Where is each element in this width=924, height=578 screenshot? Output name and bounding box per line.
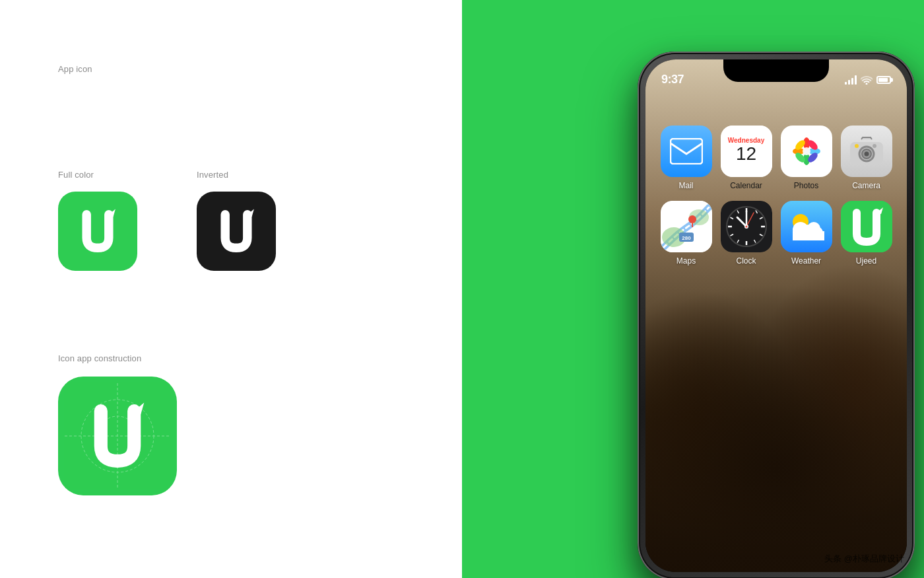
watermark-text: 头条 @朴琢品牌设计 (824, 554, 904, 563)
svg-point-15 (803, 147, 810, 155)
app-icon-camera (841, 126, 892, 177)
svg-rect-5 (671, 139, 702, 164)
svg-rect-52 (793, 231, 824, 240)
full-color-label: Full color (58, 170, 94, 180)
app-label-mail: Mail (678, 181, 693, 190)
cal-date: 12 (736, 144, 756, 164)
phone-notch (723, 59, 829, 82)
phone-outer: 9:37 (638, 52, 915, 579)
app-label-camera: Camera (852, 181, 880, 190)
app-item-photos[interactable]: Photos (779, 126, 834, 190)
app-label-calendar: Calendar (730, 181, 762, 190)
app-icon-ujeed (841, 201, 892, 252)
watermark: 头条 @朴琢品牌设计 (824, 553, 904, 565)
app-icon-maps: 280 (661, 201, 712, 252)
app-item-ujeed[interactable]: Ujeed (839, 201, 894, 266)
phone-mockup: 9:37 (638, 52, 915, 579)
svg-point-21 (855, 144, 859, 148)
app-icon-calendar: Wednesday 12 (721, 126, 772, 177)
app-label-maps: Maps (676, 256, 696, 266)
app-label-weather: Weather (791, 256, 821, 266)
svg-point-20 (873, 144, 876, 148)
icon-construction (58, 377, 177, 495)
app-item-weather[interactable]: Weather (779, 201, 834, 266)
app-label-clock: Clock (736, 256, 756, 266)
app-label-photos: Photos (794, 181, 818, 190)
svg-rect-4 (671, 139, 702, 164)
app-item-camera[interactable]: Camera (839, 126, 894, 190)
signal-bars-icon (845, 75, 857, 85)
app-item-calendar[interactable]: Wednesday 12 Calendar (719, 126, 774, 190)
status-icons (845, 75, 891, 85)
app-icon-weather (781, 201, 832, 252)
svg-text:280: 280 (682, 235, 691, 241)
construction-label: Icon app construction (58, 353, 141, 363)
app-label-ujeed: Ujeed (856, 256, 876, 266)
battery-icon (876, 76, 891, 84)
status-time: 9:37 (661, 73, 684, 87)
app-item-clock[interactable]: Clock (719, 201, 774, 266)
right-panel: 9:37 (462, 0, 924, 578)
svg-point-19 (864, 151, 869, 156)
app-icon-section-label: App icon (58, 64, 92, 74)
app-item-mail[interactable]: Mail (659, 126, 713, 190)
app-grid: Mail Wednesday 12 Calendar (659, 126, 894, 266)
phone-inner: 9:37 (645, 59, 907, 572)
app-icon-mail (661, 126, 712, 177)
app-item-maps[interactable]: 280 Maps (659, 201, 713, 266)
svg-point-46 (745, 225, 747, 227)
phone-screen: 9:37 (645, 59, 907, 572)
svg-point-27 (688, 215, 696, 223)
wifi-icon (861, 75, 873, 85)
icon-inverted (197, 192, 276, 271)
app-icon-clock (721, 201, 772, 252)
inverted-label: Inverted (197, 170, 228, 180)
left-panel: App icon Full color Inverted Icon app co… (0, 0, 462, 578)
icon-full-color (58, 192, 137, 271)
app-icon-photos (781, 126, 832, 177)
